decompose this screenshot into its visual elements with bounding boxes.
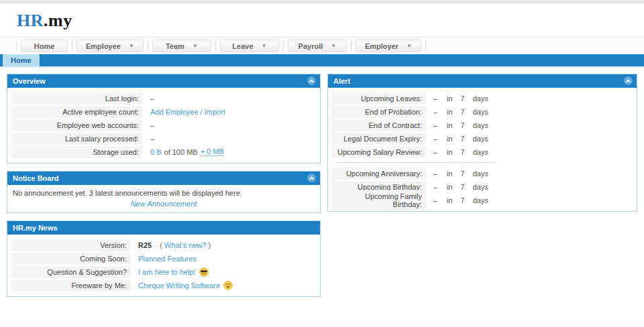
in-text: in	[447, 148, 453, 156]
chevron-down-icon: ▼	[262, 43, 267, 49]
tab-bar: Home	[0, 54, 644, 66]
days-count[interactable]: 7	[461, 183, 465, 191]
alert-panel: Alert Upcoming Leaves: –in7days End of P…	[327, 74, 637, 212]
row-label: Upcoming Anniversary:	[332, 168, 426, 180]
app-logo[interactable]: HR.my	[17, 11, 644, 31]
nav-separator	[283, 41, 284, 51]
add-storage-link[interactable]: + 0 MB	[201, 147, 224, 156]
alert-row: Upcoming Salary Review: –in7days	[332, 145, 633, 158]
days-unit: days	[473, 121, 488, 129]
nav-button-payroll[interactable]: Payroll▼	[288, 40, 347, 52]
version-value: R25	[138, 241, 152, 249]
alert-row: Upcoming Family Birthday: –in7days	[332, 194, 633, 206]
tab-home[interactable]: Home	[3, 54, 40, 66]
collapse-chevron-up-icon[interactable]	[624, 76, 633, 85]
row-label: Version:	[11, 239, 131, 251]
nav-label: Team	[166, 42, 184, 50]
row-label: Upcoming Leaves:	[332, 92, 426, 105]
days-count[interactable]: 7	[461, 94, 465, 103]
overview-panel-body: Last login: – Active employee count: Add…	[7, 88, 320, 163]
row-label: Upcoming Family Birthday:	[332, 190, 426, 210]
alert-panel-body: Upcoming Leaves: –in7days End of Probati…	[328, 88, 637, 211]
days-count[interactable]: 7	[461, 135, 465, 143]
chevron-down-icon: ▼	[331, 43, 336, 49]
row-label: Coming Soon:	[11, 253, 131, 265]
days-count[interactable]: 7	[461, 148, 465, 156]
alert-row: Upcoming Leaves: –in7days	[332, 92, 633, 105]
alert-row: Upcoming Anniversary: –in7days	[332, 167, 633, 180]
overview-panel-header: Overview	[7, 74, 320, 88]
news-panel-body: Version: R25 ( What's new? ) Coming Soon…	[7, 235, 320, 296]
panel-title: Alert	[333, 77, 350, 85]
nav-label: Employer	[365, 42, 398, 50]
days-count[interactable]: 7	[461, 108, 465, 116]
days-count[interactable]: 7	[461, 196, 465, 204]
storage-value: 0 B of 100 MB + 0 MB	[150, 147, 224, 156]
nav-label: Employee	[86, 42, 121, 50]
nav-separator	[16, 41, 17, 51]
collapse-chevron-up-icon[interactable]	[307, 76, 316, 85]
chevron-down-icon: ▼	[193, 43, 198, 49]
news-panel: HR.my News Version: R25 ( What's new? ) …	[7, 220, 321, 297]
days-unit: days	[473, 108, 488, 116]
row-label: Last salary processed:	[11, 133, 143, 145]
overview-panel: Overview Last login: – Active employee c…	[7, 74, 321, 164]
row-label: Last login:	[11, 92, 143, 105]
alert-value: –	[433, 121, 445, 129]
days-unit: days	[473, 148, 488, 156]
whats-new-link[interactable]: What's new?	[164, 241, 207, 249]
alert-value: –	[433, 108, 445, 116]
alert-value: –	[433, 170, 445, 178]
in-text: in	[447, 108, 453, 116]
row-label: End of Probation:	[332, 106, 426, 118]
days-count[interactable]: 7	[461, 170, 465, 178]
storage-used-link[interactable]: 0 B	[150, 148, 162, 156]
nav-separator	[148, 41, 148, 51]
news-row: Version: R25 ( What's new? )	[11, 239, 316, 251]
news-row: Freeware by Me: Cheque Writing Software	[11, 279, 316, 291]
nav-button-employee[interactable]: Employee▼	[76, 40, 144, 52]
row-label: Employee web accounts:	[11, 119, 143, 131]
row-label: Upcoming Salary Review:	[332, 146, 426, 158]
in-text: in	[447, 94, 453, 103]
overview-row: Active employee count: Add Employee / Im…	[11, 105, 316, 118]
alert-value: –	[433, 135, 445, 143]
days-unit: days	[473, 196, 488, 204]
chevron-down-icon: ▼	[407, 43, 412, 49]
paren-close: )	[209, 241, 211, 249]
nav-button-team[interactable]: Team▼	[152, 40, 211, 52]
alert-row: Legal Document Expiry: –in7days	[332, 132, 633, 145]
nav-button-home[interactable]: Home	[21, 40, 68, 52]
cool-smiley-emoji-icon	[199, 267, 209, 277]
notice-board-panel-header: Notice Board	[7, 172, 320, 185]
panel-title: Notice Board	[13, 174, 58, 182]
app-header: HR.my	[0, 3, 644, 37]
row-value: –	[150, 135, 154, 143]
new-announcement-link[interactable]: New Announcement	[13, 200, 315, 208]
paren-open: (	[160, 241, 162, 249]
smiley-emoji-icon	[223, 281, 233, 290]
alert-value: –	[433, 148, 445, 156]
row-value: –	[150, 121, 154, 129]
days-unit: days	[473, 183, 488, 191]
alert-group-divider	[335, 162, 496, 163]
days-unit: days	[473, 94, 488, 103]
in-text: in	[447, 135, 453, 143]
logo-primary: HR	[17, 11, 44, 30]
cheque-writing-software-link[interactable]: Cheque Writing Software	[138, 281, 220, 289]
alert-row: End of Contract: –in7days	[332, 119, 633, 131]
overview-row: Storage used: 0 B of 100 MB + 0 MB	[11, 145, 316, 158]
here-to-help-link[interactable]: I am here to help!	[138, 268, 196, 276]
add-employee-import-link[interactable]: Add Employee / Import	[150, 108, 225, 116]
panel-title: HR.my News	[13, 224, 58, 232]
nav-button-employer[interactable]: Employer▼	[356, 40, 421, 52]
days-unit: days	[473, 170, 488, 178]
planned-features-link[interactable]: Planned Features	[138, 255, 197, 263]
nav-button-leave[interactable]: Leave▼	[220, 40, 279, 52]
nav-label: Payroll	[299, 42, 323, 50]
collapse-chevron-up-icon[interactable]	[307, 174, 316, 182]
nav-separator	[425, 41, 426, 51]
days-count[interactable]: 7	[461, 121, 465, 129]
in-text: in	[447, 196, 453, 204]
alert-panel-header: Alert	[328, 74, 637, 88]
